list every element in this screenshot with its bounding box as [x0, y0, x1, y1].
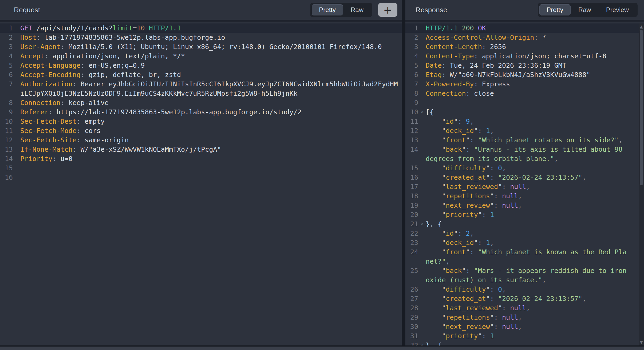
- line-number: 3: [0, 42, 13, 51]
- code-text: Referer: https://lab-1771974835863-5we12…: [20, 107, 399, 117]
- code-line: 19 "next_review": null,: [405, 201, 644, 210]
- code-text: "front": "Which planet rotates on its si…: [426, 135, 627, 145]
- request-panel-header: Request PrettyRaw +: [0, 0, 402, 22]
- code-line: 9Referer: https://lab-1771974835863-5we1…: [0, 107, 402, 117]
- code-text: Etag: W/"a60-N7kFbLkbN4J/aShzV3KVuGw4888…: [426, 70, 627, 79]
- code-line: 27 "created_at": "2026-02-24 23:13:57",: [405, 294, 644, 303]
- line-number: 3: [405, 42, 418, 51]
- request-panel: Request PrettyRaw + 1GET /api/study/1/ca…: [0, 0, 402, 350]
- code-text: Sec-Fetch-Dest: empty: [20, 117, 399, 126]
- code-line: 7X-Powered-By: Express: [405, 79, 644, 89]
- code-line: 16: [0, 173, 402, 182]
- add-request-button[interactable]: +: [378, 3, 397, 17]
- code-text: "back": "Uranus - its axis is tilted abo…: [426, 145, 627, 163]
- code-text: "priority": 1: [426, 331, 627, 341]
- line-number: 15: [0, 163, 13, 173]
- line-number: 24: [405, 247, 418, 257]
- line-number: 19: [405, 201, 418, 210]
- code-line: 2Access-Control-Allow-Origin: *: [405, 33, 644, 42]
- response-scrollbar[interactable]: ▲ ▼: [639, 23, 644, 345]
- response-view-raw-button[interactable]: Raw: [571, 4, 598, 15]
- line-number: 29: [405, 313, 418, 322]
- code-text: "next_review": null,: [426, 322, 627, 331]
- code-text: "last_reviewed": null,: [426, 182, 627, 191]
- line-number: 30: [405, 322, 418, 331]
- line-number: 18: [405, 191, 418, 201]
- code-line: 12Sec-Fetch-Site: same-origin: [0, 135, 402, 145]
- request-view-toggle: PrettyRaw: [310, 3, 372, 17]
- code-text: "back": "Mars - it appears reddish due t…: [426, 266, 627, 285]
- line-number: 9: [0, 107, 13, 117]
- code-line: 29 "repetitions": null,: [405, 313, 644, 322]
- response-panel-title: Response: [416, 6, 447, 14]
- code-text: "next_review": null,: [426, 201, 627, 210]
- code-text: Connection: keep-alive: [20, 98, 399, 107]
- line-number: 16: [0, 173, 13, 182]
- code-line: 31 "priority": 1: [405, 331, 644, 341]
- code-line: 15 "difficulty": 0,: [405, 163, 644, 173]
- code-text: Date: Tue, 24 Feb 2026 23:36:19 GMT: [426, 61, 627, 70]
- code-text: "created_at": "2026-02-24 23:13:57",: [426, 294, 627, 303]
- line-number: 2: [0, 33, 13, 42]
- code-text: GET /api/study/1/cards?limit=10 HTTP/1.1: [20, 23, 399, 33]
- code-text: Authorization: Bearer eyJhbGciOiJIUzI1Ni…: [20, 79, 399, 98]
- response-view-preview-button[interactable]: Preview: [599, 4, 636, 15]
- code-text: Content-Type: application/json; charset=…: [426, 51, 627, 61]
- line-number: 21: [405, 219, 418, 229]
- code-text: Connection: close: [426, 89, 627, 98]
- request-code-area: 1GET /api/study/1/cards?limit=10 HTTP/1.…: [0, 22, 402, 182]
- line-number: 17: [405, 182, 418, 191]
- code-line: 11Sec-Fetch-Mode: cors: [0, 126, 402, 135]
- code-line: 4Content-Type: application/json; charset…: [405, 51, 644, 61]
- line-number: 14: [405, 145, 418, 154]
- response-code-area: 1HTTP/1.1 200 OK2Access-Control-Allow-Or…: [405, 22, 644, 350]
- request-view-pretty-button[interactable]: Pretty: [312, 4, 343, 15]
- request-panel-title: Request: [14, 6, 40, 14]
- line-number: 25: [405, 266, 418, 275]
- code-line: 25 "back": "Mars - it appears reddish du…: [405, 266, 644, 285]
- code-line: 3User-Agent: Mozilla/5.0 (X11; Ubuntu; L…: [0, 42, 402, 51]
- panel-divider[interactable]: [402, 0, 405, 350]
- line-number: 14: [0, 154, 13, 163]
- line-number: 13: [0, 145, 13, 154]
- code-line: 11 "id": 9,: [405, 117, 644, 126]
- code-line: 1GET /api/study/1/cards?limit=10 HTTP/1.…: [0, 23, 402, 33]
- line-number: 8: [0, 98, 13, 107]
- line-number: 7: [405, 79, 418, 89]
- code-text: [{: [426, 107, 627, 117]
- line-number: 10: [0, 117, 13, 126]
- code-line: 14Priority: u=0: [0, 154, 402, 163]
- line-number: 27: [405, 294, 418, 303]
- line-number: 31: [405, 331, 418, 341]
- line-number: 9: [405, 98, 418, 107]
- code-text: If-None-Match: W/"a3e-xSZ/WwVW1kNQEaMmTX…: [20, 145, 399, 154]
- code-line: 22 "id": 2,: [405, 229, 644, 238]
- code-text: "difficulty": 0,: [426, 285, 627, 294]
- line-number: 8: [405, 89, 418, 98]
- response-panel-header: Response PrettyRawPreview: [405, 0, 644, 22]
- http-inspector: Request PrettyRaw + 1GET /api/study/1/ca…: [0, 0, 644, 350]
- scroll-up-icon[interactable]: ▲: [639, 24, 644, 29]
- code-text: Accept-Language: en-US,en;q=0.9: [20, 61, 399, 70]
- response-view-pretty-button[interactable]: Pretty: [539, 4, 571, 15]
- request-view-raw-button[interactable]: Raw: [343, 4, 371, 15]
- collapse-chevron-icon[interactable]: ˅: [418, 219, 426, 229]
- code-text: Host: lab-1771974835863-5we12p.labs-app.…: [20, 33, 399, 42]
- collapse-chevron-icon[interactable]: ˅: [418, 107, 426, 117]
- line-number: 5: [405, 61, 418, 70]
- line-number: 5: [0, 61, 13, 70]
- line-number: 28: [405, 303, 418, 313]
- bottom-panel-edge: [0, 345, 644, 350]
- line-number: 1: [405, 23, 418, 33]
- code-line: 5Accept-Language: en-US,en;q=0.9: [0, 61, 402, 70]
- code-text: Sec-Fetch-Site: same-origin: [20, 135, 399, 145]
- code-text: "created_at": "2026-02-24 23:13:57",: [426, 173, 627, 182]
- code-text: "front": "Which planet is known as the R…: [426, 247, 627, 266]
- code-line: 10˅[{: [405, 107, 644, 117]
- scroll-down-icon[interactable]: ▼: [639, 340, 644, 345]
- code-line: 14 "back": "Uranus - its axis is tilted …: [405, 145, 644, 163]
- line-number: 1: [0, 23, 13, 33]
- code-line: 12 "deck_id": 1,: [405, 126, 644, 135]
- code-text: Priority: u=0: [20, 154, 399, 163]
- scrollbar-thumb[interactable]: [640, 30, 643, 185]
